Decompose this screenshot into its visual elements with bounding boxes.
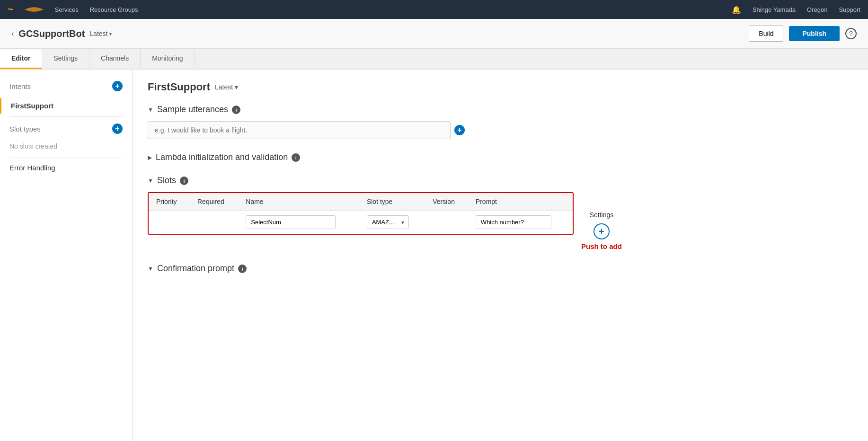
tabs-bar: Editor Settings Channels Monitoring bbox=[0, 49, 868, 70]
utterances-input-row: + bbox=[148, 121, 853, 139]
confirmation-info-icon[interactable]: i bbox=[238, 265, 247, 273]
col-name: Name bbox=[238, 193, 359, 211]
slot-types-label: Slot types bbox=[9, 125, 41, 133]
amazon-logo-icon bbox=[25, 4, 44, 15]
slot-type-wrapper: AMAZ... bbox=[367, 215, 409, 229]
sidebar-item-firstsupport[interactable]: FirstSupport bbox=[0, 98, 132, 114]
content-area: FirstSupport Latest ▾ ▼ Sample utterance… bbox=[133, 70, 868, 441]
confirmation-collapse-icon: ▼ bbox=[148, 265, 153, 272]
help-icon[interactable]: ? bbox=[845, 28, 857, 39]
utterances-input[interactable] bbox=[148, 121, 451, 139]
slots-table: Priority Required Name Slot type Version… bbox=[149, 193, 573, 234]
intent-header: FirstSupport Latest ▾ bbox=[148, 81, 853, 93]
confirmation-prompt-section: ▼ Confirmation prompt i bbox=[148, 264, 853, 273]
version-label: Latest bbox=[89, 30, 107, 37]
no-slots-label: No slots created bbox=[0, 141, 132, 155]
lambda-collapse-icon: ▶ bbox=[148, 154, 152, 161]
col-prompt: Prompt bbox=[468, 193, 573, 211]
aws-logo: ~ bbox=[8, 3, 13, 16]
back-arrow-icon[interactable]: ‹ bbox=[11, 29, 14, 38]
settings-column-label: Settings bbox=[590, 211, 614, 219]
sample-utterances-section: ▼ Sample utterances i + bbox=[148, 105, 853, 139]
settings-column: Settings + Push to add bbox=[581, 192, 622, 250]
slot-type-cell: AMAZ... bbox=[359, 211, 425, 234]
slots-section: ▼ Slots i Priority Required Name Slot ty… bbox=[148, 176, 853, 250]
sidebar-intents-header: Intents + bbox=[9, 81, 123, 91]
confirmation-prompt-header[interactable]: ▼ Confirmation prompt i bbox=[148, 264, 853, 273]
push-to-add-label: Push to add bbox=[581, 242, 622, 250]
nav-region[interactable]: Oregon bbox=[807, 6, 827, 13]
slots-info-icon[interactable]: i bbox=[180, 176, 188, 185]
nav-user[interactable]: Shingo Yamada bbox=[753, 6, 796, 13]
add-slot-type-button[interactable]: + bbox=[112, 123, 123, 134]
table-row: AMAZ... bbox=[149, 211, 573, 234]
version-chevron-icon: ▾ bbox=[109, 31, 112, 36]
slots-content: Priority Required Name Slot type Version… bbox=[148, 192, 853, 250]
sidebar-divider-1 bbox=[9, 116, 123, 117]
slot-type-select[interactable]: AMAZ... bbox=[367, 215, 409, 229]
nav-services[interactable]: Services bbox=[55, 6, 79, 13]
slot-name-cell bbox=[238, 211, 359, 234]
slot-version-cell bbox=[425, 211, 468, 234]
sidebar-slot-types-header: Slot types + bbox=[9, 123, 123, 134]
tab-editor[interactable]: Editor bbox=[0, 49, 42, 69]
sidebar: Intents + FirstSupport Slot types + No s… bbox=[0, 70, 133, 441]
lambda-title: Lambda initialization and validation bbox=[156, 152, 288, 162]
sub-header-right: Build Publish ? bbox=[749, 26, 857, 42]
sample-utterances-header[interactable]: ▼ Sample utterances i bbox=[148, 105, 853, 115]
slot-priority-cell bbox=[149, 211, 190, 234]
lambda-header[interactable]: ▶ Lambda initialization and validation i bbox=[148, 152, 853, 162]
slots-table-header-row: Priority Required Name Slot type Version… bbox=[149, 193, 573, 211]
utterances-title: Sample utterances bbox=[157, 105, 228, 115]
lambda-section: ▶ Lambda initialization and validation i bbox=[148, 152, 853, 162]
slots-collapse-icon: ▼ bbox=[148, 177, 153, 184]
add-utterance-button[interactable]: + bbox=[454, 125, 465, 135]
notification-bell-icon[interactable]: 🔔 bbox=[732, 5, 741, 14]
intents-label: Intents bbox=[9, 82, 31, 90]
intent-title: FirstSupport bbox=[148, 81, 210, 93]
tab-settings[interactable]: Settings bbox=[42, 49, 89, 69]
col-priority: Priority bbox=[149, 193, 190, 211]
bot-name-label: GCSupportBot bbox=[18, 28, 85, 39]
nav-support[interactable]: Support bbox=[839, 6, 860, 13]
slots-header[interactable]: ▼ Slots i bbox=[148, 176, 853, 185]
sidebar-divider-2 bbox=[9, 158, 123, 158]
col-slot-type: Slot type bbox=[359, 193, 425, 211]
slot-prompt-input[interactable] bbox=[476, 215, 551, 229]
intent-version-selector[interactable]: Latest ▾ bbox=[215, 83, 238, 91]
add-intent-button[interactable]: + bbox=[112, 81, 123, 91]
sidebar-intents-section: Intents + bbox=[0, 77, 132, 98]
col-version: Version bbox=[425, 193, 468, 211]
publish-button[interactable]: Publish bbox=[789, 26, 840, 41]
version-selector[interactable]: Latest ▾ bbox=[89, 30, 112, 37]
sidebar-slot-types-section: Slot types + bbox=[0, 120, 132, 141]
sidebar-item-error-handling[interactable]: Error Handling bbox=[0, 161, 132, 175]
nav-resource-groups[interactable]: Resource Groups bbox=[90, 6, 138, 13]
tab-monitoring[interactable]: Monitoring bbox=[141, 49, 195, 69]
add-slot-button[interactable]: + bbox=[593, 223, 610, 239]
confirmation-title: Confirmation prompt bbox=[157, 264, 234, 273]
slot-required-cell bbox=[190, 211, 238, 234]
main-layout: Intents + FirstSupport Slot types + No s… bbox=[0, 70, 868, 441]
sub-header: ‹ GCSupportBot Latest ▾ Build Publish ? bbox=[0, 19, 868, 49]
build-button[interactable]: Build bbox=[749, 26, 783, 42]
utterances-info-icon[interactable]: i bbox=[232, 106, 240, 114]
top-nav: ~ Services Resource Groups 🔔 Shingo Yama… bbox=[0, 0, 868, 19]
slots-title: Slots bbox=[157, 176, 176, 185]
lambda-info-icon[interactable]: i bbox=[292, 153, 300, 162]
slot-name-input[interactable] bbox=[246, 215, 336, 229]
col-required: Required bbox=[190, 193, 238, 211]
intent-version-chevron-icon: ▾ bbox=[235, 83, 238, 91]
utterances-collapse-icon: ▼ bbox=[148, 106, 153, 113]
slot-prompt-cell bbox=[468, 211, 573, 234]
sub-header-left: ‹ GCSupportBot Latest ▾ bbox=[11, 28, 112, 39]
tab-channels[interactable]: Channels bbox=[89, 49, 141, 69]
intent-version-label: Latest bbox=[215, 83, 233, 91]
slots-table-container: Priority Required Name Slot type Version… bbox=[148, 192, 574, 235]
